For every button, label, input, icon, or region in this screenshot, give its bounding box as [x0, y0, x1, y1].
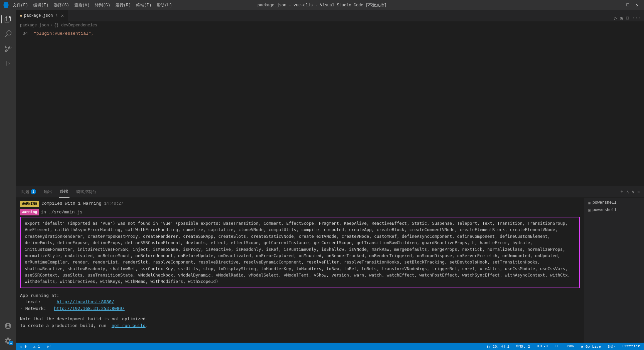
local-url[interactable]: http://localhost:8080/	[57, 299, 114, 304]
app-network: - Network: http://192.168.31.253:8080/	[20, 305, 580, 312]
status-branch[interactable]: ⊙✓	[45, 344, 52, 349]
panel-collapse-button[interactable]: ∨	[632, 189, 634, 195]
more-actions-icon[interactable]: ···	[632, 15, 641, 21]
network-url[interactable]: http://192.168.31.253:8080/	[54, 306, 125, 311]
code-area: "plugin:vue/essential",	[31, 29, 644, 186]
note2: To create a production build, run npm ru…	[20, 322, 580, 329]
terminal-label-1: powershell	[593, 200, 617, 205]
menu-help[interactable]: 帮助(H)	[157, 2, 172, 8]
app-local: - Local: http://localhost:8080/	[20, 299, 580, 305]
circle-icon[interactable]: ◉	[620, 15, 623, 21]
panel-expand-button[interactable]: ∧	[626, 189, 629, 195]
status-bar: ⊗ 0 ⚠ 1 ⊙✓ 行 26, 列 1 空格: 2 UTF-8 LF JSON…	[16, 343, 644, 350]
breadcrumb-sep: ›	[50, 23, 52, 28]
titlebar: 文件(F) 编辑(E) 选择(S) 查看(V) 转到(G) 运行(R) 终端(I…	[0, 0, 644, 10]
breadcrumb-file[interactable]: package.json	[20, 23, 49, 28]
status-line-ending[interactable]: LF	[553, 344, 560, 348]
panel-close-button[interactable]: ✕	[637, 189, 640, 195]
panel-tabs-left: 问题 1 输出 终端 调试控制台	[20, 186, 98, 198]
activity-search[interactable]	[1, 27, 15, 41]
status-language[interactable]: JSON	[564, 344, 576, 348]
in-file-text: in ./src/main.js	[41, 209, 83, 216]
status-bar-right: 行 26, 列 1 空格: 2 UTF-8 LF JSON ◉ Go Live …	[485, 344, 641, 349]
minimize-button[interactable]: ─	[615, 2, 622, 8]
status-warnings[interactable]: ⚠ 1	[32, 344, 41, 349]
activity-explorer[interactable]	[1, 13, 15, 26]
editor-area: package.json 1 ✕ ▷ ◉ ⊟ ··· package.json …	[16, 10, 644, 350]
menu-goto[interactable]: 转到(G)	[95, 2, 110, 8]
titlebar-menu[interactable]: 文件(F) 编辑(E) 选择(S) 查看(V) 转到(G) 运行(R) 终端(I…	[13, 2, 172, 8]
tab-modified-dot	[20, 15, 22, 17]
timestamp: 14:40:27	[104, 201, 124, 207]
line-numbers: 34	[16, 29, 31, 186]
panel-main[interactable]: WARNING Compiled with 1 warning 14:40:27…	[16, 198, 584, 343]
editor-topright: ▷ ◉ ⊟ ···	[611, 15, 644, 21]
warning-message: export 'default' (imported as 'Vue') was…	[25, 221, 570, 284]
activity-settings[interactable]: 1	[1, 334, 15, 347]
menu-view[interactable]: 查看(V)	[74, 2, 90, 8]
status-prettier[interactable]: Prettier	[621, 344, 641, 348]
breadcrumb-section[interactable]: {} devDependencies	[54, 23, 98, 28]
panel-area: 问题 1 输出 终端 调试控制台 +	[16, 186, 644, 343]
build-note-section: Note that the development build is not o…	[20, 316, 580, 329]
status-bar-left: ⊗ 0 ⚠ 1 ⊙✓	[19, 344, 52, 349]
close-button[interactable]: ✕	[634, 2, 641, 8]
tab-number: 1	[55, 14, 57, 17]
tab-output[interactable]: 输出	[43, 186, 53, 198]
titlebar-controls[interactable]: ─ □ ✕	[615, 2, 641, 8]
status-errors[interactable]: ⊗ 0	[19, 344, 28, 349]
menu-terminal[interactable]: 终端(I)	[136, 2, 152, 8]
tab-debug-console[interactable]: 调试控制台	[75, 186, 98, 198]
problems-badge: 1	[31, 189, 36, 194]
npm-run-build[interactable]: npm run build	[112, 323, 146, 328]
tab-label: package.json	[24, 13, 53, 18]
terminal-sidebar: ▣ powershell ▣ powershell	[584, 198, 644, 343]
menu-file[interactable]: 文件(F)	[13, 2, 28, 8]
tab-close-button[interactable]: ✕	[61, 13, 63, 18]
terminal-icon-1: ▣	[588, 201, 591, 205]
run-icon[interactable]: ▷	[614, 15, 617, 21]
status-lang-s[interactable]: S英·	[606, 344, 617, 349]
status-spaces[interactable]: 空格: 2	[515, 344, 531, 349]
terminal-powershell-2[interactable]: ▣ powershell	[584, 206, 644, 214]
menu-edit[interactable]: 编辑(E)	[33, 2, 49, 8]
warning-badge2: warning	[20, 209, 39, 215]
main-layout: 1 package.json 1 ✕ ▷ ◉ ⊟ ··· package.jso…	[0, 10, 644, 350]
line-number-34: 34	[16, 30, 28, 37]
breadcrumb: package.json › {} devDependencies	[16, 22, 644, 29]
note1: Note that the development build is not o…	[20, 316, 580, 322]
warning-message-box: export 'default' (imported as 'Vue') was…	[20, 217, 580, 288]
titlebar-title: package.json - vue-clis - Visual Studio …	[258, 2, 386, 8]
menu-select[interactable]: 选择(S)	[54, 2, 69, 8]
tab-terminal[interactable]: 终端	[59, 186, 69, 198]
app-running-label: App running at:	[20, 292, 580, 299]
status-encoding[interactable]: UTF-8	[535, 344, 549, 348]
warning-badge: WARNING	[20, 201, 39, 207]
activity-source-control[interactable]	[1, 42, 15, 55]
activity-bar: 1	[0, 10, 16, 350]
split-editor-icon[interactable]: ⊟	[626, 15, 629, 21]
in-warning: warning in ./src/main.js	[20, 209, 580, 216]
panel-tabs: 问题 1 输出 终端 调试控制台 +	[16, 186, 644, 198]
panel-content: WARNING Compiled with 1 warning 14:40:27…	[16, 198, 644, 343]
app-running-section: App running at: - Local: http://localhos…	[20, 292, 580, 312]
status-line-col[interactable]: 行 26, 列 1	[485, 344, 511, 349]
maximize-button[interactable]: □	[624, 2, 631, 8]
activity-avatar[interactable]	[1, 319, 15, 333]
tab-bar: package.json 1 ✕ ▷ ◉ ⊟ ···	[16, 10, 644, 22]
tab-problems[interactable]: 问题 1	[20, 186, 37, 198]
compiled-text: Compiled with 1 warning	[41, 200, 101, 207]
terminal-label-2: powershell	[593, 208, 617, 212]
vscode-icon	[3, 2, 9, 8]
panel-top-controls: + ∧ ∨ ✕	[620, 189, 640, 195]
menu-run[interactable]: 运行(R)	[116, 2, 131, 8]
activity-bar-bottom: 1	[1, 319, 15, 350]
panel-add-button[interactable]: +	[620, 189, 624, 195]
terminal-powershell-1[interactable]: ▣ powershell	[584, 199, 644, 206]
status-go-live[interactable]: ◉ Go Live	[580, 344, 602, 349]
compiled-line: WARNING Compiled with 1 warning 14:40:27	[20, 200, 580, 207]
activity-run[interactable]	[1, 57, 15, 70]
titlebar-left: 文件(F) 编辑(E) 选择(S) 查看(V) 转到(G) 运行(R) 终端(I…	[3, 2, 172, 8]
editor-content: 34 "plugin:vue/essential",	[16, 29, 644, 186]
tab-package-json[interactable]: package.json 1 ✕	[16, 10, 68, 21]
